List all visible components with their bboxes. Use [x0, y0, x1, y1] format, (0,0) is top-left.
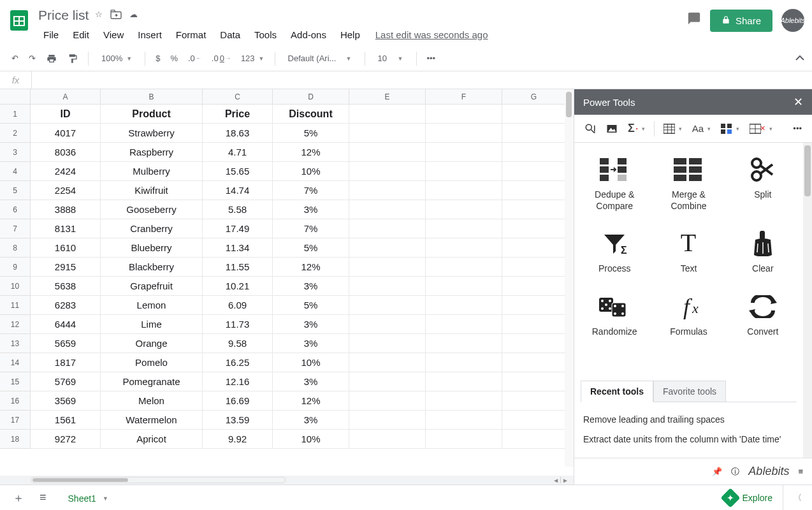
- sidebar-close-button[interactable]: ✕: [794, 95, 803, 109]
- cell[interactable]: 11.73: [203, 315, 273, 334]
- cell[interactable]: [426, 277, 502, 296]
- sheet-tab-menu-icon[interactable]: ▼: [103, 495, 108, 502]
- row-header[interactable]: 12: [0, 315, 31, 334]
- scroll-right-button[interactable]: ►: [562, 477, 569, 484]
- cell[interactable]: [349, 105, 426, 124]
- move-icon[interactable]: [110, 10, 122, 22]
- paint-format-button[interactable]: [64, 50, 82, 67]
- cell[interactable]: [349, 296, 426, 315]
- row-header[interactable]: 6: [0, 200, 31, 219]
- horizontal-scrollbar[interactable]: [31, 477, 286, 483]
- account-avatar[interactable]: Ablebits: [781, 9, 804, 32]
- smart-toolbar-lookup-icon[interactable]: [581, 120, 600, 137]
- row-header[interactable]: 8: [0, 238, 31, 258]
- tool-randomize[interactable]: Randomize: [581, 290, 648, 340]
- inc-decimal-button[interactable]: .00→: [208, 51, 235, 66]
- menu-addons[interactable]: Add-ons: [286, 28, 331, 41]
- cell[interactable]: [349, 315, 426, 334]
- cell[interactable]: 5659: [31, 334, 101, 353]
- cell[interactable]: Kiwifruit: [101, 181, 203, 200]
- cell[interactable]: 10%: [273, 430, 349, 449]
- cell[interactable]: Product: [101, 105, 203, 124]
- cell[interactable]: 14.74: [203, 181, 273, 200]
- cell[interactable]: [426, 258, 502, 277]
- last-edit-link[interactable]: Last edit was seconds ago: [375, 29, 488, 40]
- sidebar-menu-icon[interactable]: ≡: [798, 467, 803, 476]
- row-header[interactable]: 18: [0, 430, 31, 449]
- cell[interactable]: 12%: [273, 258, 349, 277]
- cell[interactable]: Watermelon: [101, 411, 203, 430]
- row-header[interactable]: 10: [0, 277, 31, 296]
- ablebits-logo[interactable]: Ablebits: [748, 465, 789, 478]
- cell[interactable]: Lime: [101, 315, 203, 334]
- cell[interactable]: [502, 162, 566, 181]
- row-header[interactable]: 11: [0, 296, 31, 315]
- row-header[interactable]: 2: [0, 124, 31, 143]
- cell[interactable]: [349, 219, 426, 238]
- formula-input[interactable]: [32, 71, 812, 89]
- cell[interactable]: [502, 391, 566, 411]
- col-header-f[interactable]: F: [426, 89, 502, 105]
- sheets-logo[interactable]: [8, 5, 31, 36]
- cell[interactable]: 11.55: [203, 258, 273, 277]
- cell[interactable]: [426, 143, 502, 162]
- cell[interactable]: 2915: [31, 258, 101, 277]
- tool-text[interactable]: TText: [655, 227, 722, 277]
- cell[interactable]: 4.71: [203, 143, 273, 162]
- cell[interactable]: [502, 296, 566, 315]
- tool-convert[interactable]: Convert: [729, 290, 797, 340]
- cell[interactable]: [349, 143, 426, 162]
- row-header[interactable]: 7: [0, 219, 31, 238]
- cell[interactable]: [502, 200, 566, 219]
- tool-formulas[interactable]: fxFormulas: [655, 290, 722, 340]
- cell[interactable]: 5%: [273, 124, 349, 143]
- cell[interactable]: 9.58: [203, 334, 273, 353]
- cell[interactable]: 9.92: [203, 430, 273, 449]
- cell[interactable]: [349, 334, 426, 353]
- row-header[interactable]: 1: [0, 105, 31, 124]
- cell[interactable]: 7%: [273, 181, 349, 200]
- redo-button[interactable]: ↷: [25, 51, 40, 66]
- cell[interactable]: 1817: [31, 353, 101, 372]
- cell[interactable]: [502, 353, 566, 372]
- cell[interactable]: [349, 124, 426, 143]
- sheet-tab[interactable]: Sheet1 ▼: [57, 486, 120, 510]
- cell[interactable]: 5%: [273, 296, 349, 315]
- cell[interactable]: [502, 430, 566, 449]
- cell[interactable]: [426, 372, 502, 391]
- cell[interactable]: [349, 200, 426, 219]
- cell[interactable]: Melon: [101, 391, 203, 411]
- cell[interactable]: 16.69: [203, 391, 273, 411]
- cell[interactable]: 10.21: [203, 277, 273, 296]
- cell[interactable]: [349, 181, 426, 200]
- cell[interactable]: [502, 105, 566, 124]
- cell[interactable]: Mulberry: [101, 162, 203, 181]
- cell[interactable]: 13.59: [203, 411, 273, 430]
- cell[interactable]: 12%: [273, 143, 349, 162]
- cell[interactable]: Raspberry: [101, 143, 203, 162]
- share-button[interactable]: Share: [710, 10, 772, 32]
- star-icon[interactable]: ☆: [95, 10, 103, 22]
- smart-toolbar-more-icon[interactable]: •••: [789, 121, 806, 136]
- cell[interactable]: 5.58: [203, 200, 273, 219]
- cell[interactable]: [426, 105, 502, 124]
- menu-help[interactable]: Help: [335, 28, 365, 41]
- col-header-g[interactable]: G: [502, 89, 566, 105]
- cell[interactable]: [426, 124, 502, 143]
- cell[interactable]: [502, 238, 566, 258]
- cell[interactable]: [502, 411, 566, 430]
- smart-toolbar-case-icon[interactable]: Aa▾: [688, 120, 714, 136]
- cell[interactable]: Strawberry: [101, 124, 203, 143]
- cell[interactable]: 3569: [31, 391, 101, 411]
- smart-toolbar-layout-icon[interactable]: ▾: [717, 121, 743, 136]
- cell[interactable]: 8036: [31, 143, 101, 162]
- all-sheets-button[interactable]: ≡: [34, 486, 52, 509]
- more-toolbar-button[interactable]: •••: [423, 51, 440, 66]
- cell[interactable]: [502, 315, 566, 334]
- sidebar-scrollbar[interactable]: [803, 143, 812, 458]
- row-header[interactable]: 15: [0, 372, 31, 391]
- row-header[interactable]: 16: [0, 391, 31, 411]
- cell[interactable]: 11.34: [203, 238, 273, 258]
- cell[interactable]: Grapefruit: [101, 277, 203, 296]
- cell[interactable]: 9272: [31, 430, 101, 449]
